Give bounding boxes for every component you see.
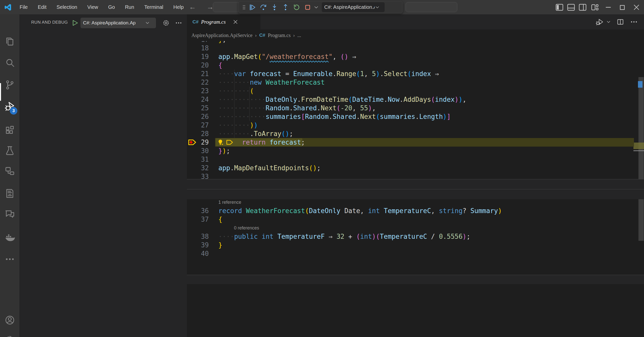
codelens[interactable]: 0 references (187, 224, 644, 232)
breadcrumb-file[interactable]: Program.cs (268, 32, 291, 38)
line-number[interactable]: 28 (187, 129, 209, 138)
close-window-button[interactable] (632, 3, 641, 12)
chevron-down-icon[interactable] (606, 18, 611, 26)
code-line-29[interactable]: 29 return forecast; (187, 138, 644, 147)
code-line-23[interactable]: 23········( (187, 87, 644, 95)
activity-settings[interactable] (0, 331, 19, 337)
line-number[interactable]: 23 (187, 87, 209, 95)
tab-program-cs[interactable]: C# Program.cs (187, 14, 260, 29)
activity-account[interactable] (0, 311, 19, 329)
code-line-30[interactable]: 30}); (187, 147, 644, 155)
line-number[interactable]: 18 (187, 44, 209, 52)
code-line-38[interactable]: 38····public int TemperatureF ⇒ 32 + (in… (187, 232, 644, 241)
code-line-36[interactable]: 36record WeatherForecast(DateOnly Date, … (187, 207, 644, 215)
line-number[interactable]: 22 (187, 78, 209, 87)
menu-go[interactable]: Go (104, 3, 119, 12)
code-line-24[interactable]: 24············DateOnly.FromDateTime(Date… (187, 95, 644, 104)
step-out-button[interactable] (281, 3, 290, 12)
toolbar-drag-handle[interactable] (241, 3, 247, 12)
activity-connected-services[interactable] (0, 162, 19, 180)
more-actions-icon[interactable] (630, 18, 638, 26)
activity-comments[interactable] (0, 206, 19, 223)
activity-more[interactable] (0, 250, 19, 268)
launch-config-dropdown[interactable]: C#: AspireApplication.Ap (80, 18, 156, 28)
stop-button[interactable] (303, 3, 312, 12)
code-token (266, 139, 270, 146)
menu-run[interactable]: Run (121, 3, 138, 12)
code-token: { (218, 216, 222, 223)
code-line-32[interactable]: 32app.MapDefaultEndpoints(); (187, 164, 644, 172)
line-number[interactable]: 36 (187, 207, 209, 215)
debug-settings-gear-icon[interactable] (162, 19, 170, 27)
line-number[interactable]: 27 (187, 121, 209, 129)
activity-notebook[interactable] (0, 185, 19, 202)
activity-extensions[interactable] (0, 122, 19, 140)
toggle-secondary-sidebar-button[interactable] (578, 3, 587, 12)
activity-testing[interactable] (0, 142, 19, 159)
menu-file[interactable]: File (16, 3, 32, 12)
code-token: . (399, 96, 404, 103)
command-center-search[interactable] (406, 2, 457, 12)
start-debugging-button[interactable] (71, 19, 79, 27)
breadcrumb-project[interactable]: AspireApplication.ApiService (191, 32, 253, 38)
code-line-26[interactable]: 26············summaries[Random.Shared.Ne… (187, 112, 644, 121)
line-number[interactable]: 24 (187, 95, 209, 104)
tab-label: Program.cs (201, 19, 226, 25)
activity-explorer[interactable] (0, 33, 19, 50)
line-number[interactable]: 30 (187, 147, 209, 155)
code-line-19[interactable]: 19app.MapGet("/weatherforecast", () ⇒ (187, 52, 644, 61)
close-tab-icon[interactable] (232, 19, 239, 25)
chevron-down-icon[interactable] (313, 4, 319, 10)
more-actions-icon[interactable] (175, 19, 182, 27)
run-or-debug-button[interactable] (596, 18, 604, 26)
step-over-button[interactable] (259, 3, 268, 12)
menu-view[interactable]: View (83, 3, 102, 12)
line-number[interactable]: 19 (187, 52, 209, 61)
line-number[interactable]: 32 (187, 164, 209, 172)
code-line-25[interactable]: 25············Random.Shared.Next(-20, 55… (187, 104, 644, 112)
line-number[interactable]: 25 (187, 104, 209, 112)
split-editor-button[interactable] (616, 18, 624, 26)
line-number[interactable]: 26 (187, 112, 209, 121)
minimize-button[interactable] (604, 3, 613, 12)
line-number[interactable]: 38 (187, 232, 209, 241)
code-line-20[interactable]: 20{ (187, 61, 644, 70)
activity-docker[interactable] (0, 228, 19, 246)
lightbulb-icon[interactable] (217, 139, 224, 146)
code-line-37[interactable]: 37{ (187, 215, 644, 224)
breakpoint-current-arrow-icon[interactable] (188, 138, 197, 146)
code-line-28[interactable]: 28········.ToArray(); (187, 129, 644, 138)
step-out-icon (282, 4, 289, 11)
customize-layout-button[interactable] (590, 3, 599, 12)
activity-source-control[interactable] (0, 76, 19, 94)
menu-edit[interactable]: Edit (34, 3, 50, 12)
code-line-39[interactable]: 39} (187, 241, 644, 249)
toggle-primary-sidebar-button[interactable] (555, 3, 564, 12)
debug-config-dropdown[interactable]: C#: AspireApplication.Ap (322, 2, 385, 12)
code-line-22[interactable]: 22········new WeatherForecast (187, 78, 644, 87)
code-line-27[interactable]: 27········)) (187, 121, 644, 129)
line-number[interactable]: 40 (187, 249, 209, 258)
activity-run-and-debug[interactable]: 3 (0, 97, 19, 115)
line-number[interactable]: 21 (187, 70, 209, 78)
line-number[interactable]: 31 (187, 155, 209, 164)
code-line-21[interactable]: 21····var forecast = Enumerable.Range(1,… (187, 70, 644, 78)
line-number[interactable]: 39 (187, 241, 209, 249)
continue-button[interactable] (248, 3, 257, 12)
menu-help[interactable]: Help (169, 3, 188, 12)
code-line-31[interactable]: 31 (187, 155, 644, 164)
step-into-button[interactable] (270, 3, 279, 12)
maximize-button[interactable] (618, 3, 627, 12)
menu-selection[interactable]: Selection (53, 3, 81, 12)
activity-search[interactable] (0, 54, 19, 72)
line-number[interactable]: 20 (187, 61, 209, 70)
toggle-panel-button[interactable] (567, 3, 576, 12)
code-line-40[interactable]: 40 (187, 249, 644, 258)
menu-terminal[interactable]: Terminal (140, 3, 167, 12)
restart-button[interactable] (292, 3, 301, 12)
nav-back-button[interactable]: ← (187, 2, 197, 12)
breadcrumb-symbol[interactable]: ... (297, 32, 301, 38)
line-number[interactable]: 37 (187, 215, 209, 224)
code-line-18[interactable]: 18 (187, 44, 644, 52)
codelens[interactable]: 1 reference (187, 198, 644, 207)
